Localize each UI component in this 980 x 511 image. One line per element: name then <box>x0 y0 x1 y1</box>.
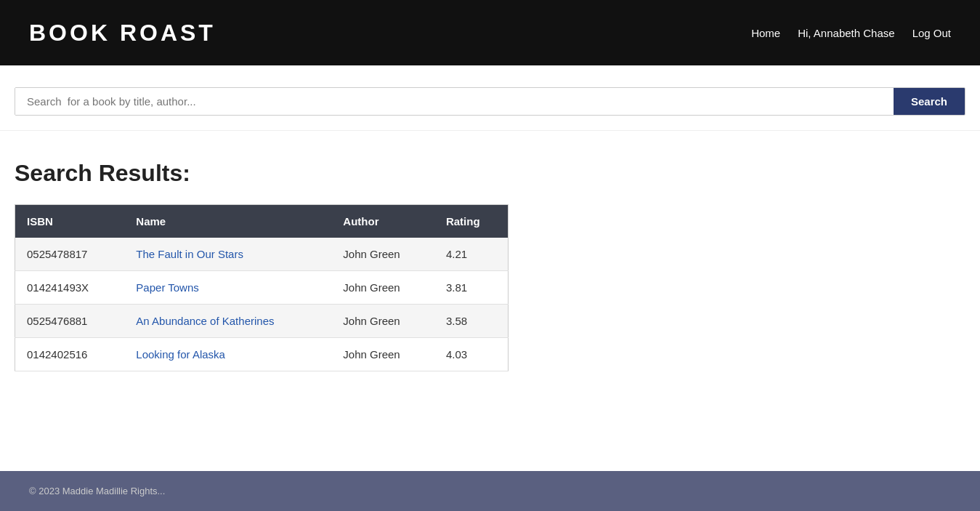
search-input[interactable] <box>15 88 894 115</box>
search-bar: Search <box>15 87 965 116</box>
cell-rating: 4.21 <box>434 238 509 271</box>
table-header-row: ISBN Name Author Rating <box>15 205 509 238</box>
table-row: 0525476881An Abundance of KatherinesJohn… <box>15 305 509 338</box>
table-row: 0525478817The Fault in Our StarsJohn Gre… <box>15 238 509 271</box>
col-author: Author <box>331 205 434 238</box>
nav-logout[interactable]: Log Out <box>912 27 951 39</box>
footer: © 2023 Maddie Madillie Rights... <box>0 471 980 511</box>
cell-name[interactable]: The Fault in Our Stars <box>124 238 331 271</box>
search-button[interactable]: Search <box>894 88 965 115</box>
header: BOOK ROAST Home Hi, Annabeth Chase Log O… <box>0 0 980 65</box>
table-row: 014241493XPaper TownsJohn Green3.81 <box>15 271 509 305</box>
search-section: Search <box>0 65 980 131</box>
logo: BOOK ROAST <box>29 20 216 47</box>
cell-name[interactable]: Paper Towns <box>124 271 331 305</box>
cell-rating: 4.03 <box>434 338 509 371</box>
footer-copyright: © 2023 Maddie Madillie Rights... <box>29 486 165 496</box>
results-title: Search Results: <box>15 160 965 187</box>
cell-author: John Green <box>331 271 434 305</box>
nav-user: Hi, Annabeth Chase <box>798 27 894 39</box>
cell-isbn: 014241493X <box>15 271 125 305</box>
table-row: 0142402516Looking for AlaskaJohn Green4.… <box>15 338 509 371</box>
col-rating: Rating <box>434 205 509 238</box>
nav: Home Hi, Annabeth Chase Log Out <box>751 27 951 39</box>
cell-rating: 3.81 <box>434 271 509 305</box>
cell-author: John Green <box>331 238 434 271</box>
cell-author: John Green <box>331 338 434 371</box>
cell-name[interactable]: Looking for Alaska <box>124 338 331 371</box>
cell-rating: 3.58 <box>434 305 509 338</box>
col-name: Name <box>124 205 331 238</box>
cell-isbn: 0525478817 <box>15 238 125 271</box>
cell-author: John Green <box>331 305 434 338</box>
main-content: Search Results: ISBN Name Author Rating … <box>0 131 980 401</box>
cell-isbn: 0525476881 <box>15 305 125 338</box>
results-table: ISBN Name Author Rating 0525478817The Fa… <box>15 204 509 371</box>
cell-name[interactable]: An Abundance of Katherines <box>124 305 331 338</box>
nav-home[interactable]: Home <box>751 27 780 39</box>
cell-isbn: 0142402516 <box>15 338 125 371</box>
col-isbn: ISBN <box>15 205 125 238</box>
